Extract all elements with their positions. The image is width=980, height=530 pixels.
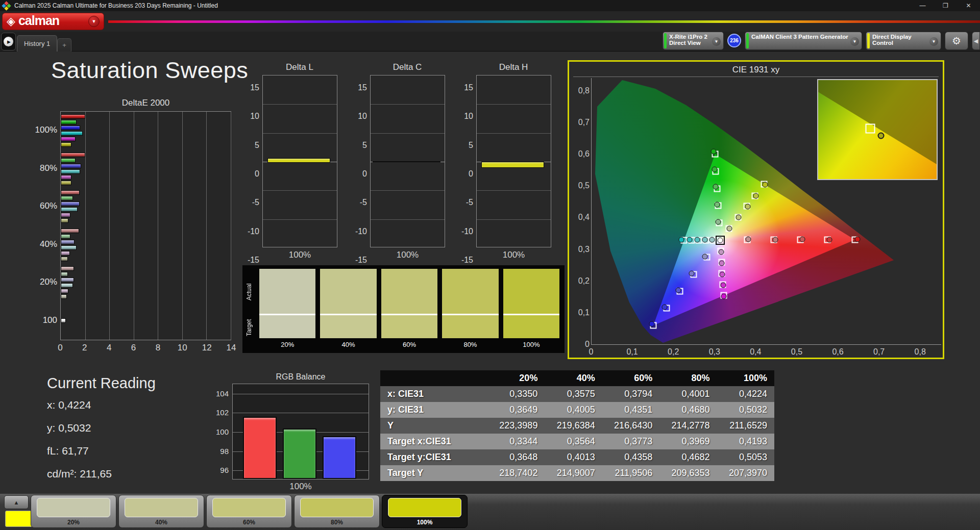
grid-line xyxy=(263,190,337,191)
axis-tick-label: -5 xyxy=(455,198,473,207)
bar-red xyxy=(61,229,79,233)
swatch-label: 40% xyxy=(119,519,204,526)
measured-circle-cyan xyxy=(687,237,692,242)
meter-dropdown[interactable]: X-Rite i1Pro 2 Direct View ▼ xyxy=(663,32,724,50)
bar-blue xyxy=(61,277,74,282)
axis-tick-label: -15 xyxy=(349,256,367,265)
pattern-panel-up-button[interactable]: ▲ xyxy=(4,495,29,509)
deltae-chart-title: DeltaE 2000 xyxy=(60,98,231,108)
collapse-panel-button[interactable]: ◀ xyxy=(972,32,980,50)
measured-circle-cyan xyxy=(702,237,707,242)
rgb-y-axis: 1041021009896 xyxy=(208,384,230,479)
restore-button[interactable]: ❐ xyxy=(934,0,957,11)
up-arrow-icon: ▲ xyxy=(14,499,19,506)
grid-line xyxy=(371,190,445,191)
grid-line xyxy=(371,219,445,220)
row-label: x: CIE31 xyxy=(380,386,487,402)
axis-tick-label: 15 xyxy=(349,83,367,92)
row-label: Y xyxy=(380,418,487,434)
measured-circle-red xyxy=(854,237,860,242)
out-of-gamut-region xyxy=(818,80,937,179)
bar-green xyxy=(61,120,77,124)
cie-y-axis: 0,80,70,60,50,40,30,20,10 xyxy=(571,78,590,344)
measured-circle-yellow xyxy=(726,226,732,232)
title-underline xyxy=(573,77,939,77)
cie-1931-panel[interactable]: CIE 1931 xy 0,80,70,60,50,40,30,20,10 00… xyxy=(568,60,944,359)
cell-value: 211,9506 xyxy=(602,465,659,481)
axis-tick-label: 100 xyxy=(15,315,57,325)
cell-value: 214,2778 xyxy=(659,418,717,434)
bar-magenta xyxy=(61,289,68,293)
cell-value: 0,3794 xyxy=(602,386,659,402)
measured-circle-magenta xyxy=(720,271,725,277)
reading-fl: fL: 61,77 xyxy=(47,445,156,457)
measured-circle-yellow xyxy=(753,193,759,199)
axis-tick-label: 104 xyxy=(208,389,229,398)
axis-tick-label: 40% xyxy=(15,239,57,249)
pattern-swatch-100%[interactable]: 100% xyxy=(382,495,468,528)
calman-diamond-icon: ◈ xyxy=(7,15,15,28)
close-button[interactable]: ✕ xyxy=(957,0,980,11)
grid-line xyxy=(263,219,337,220)
axis-tick-label: 0,6 xyxy=(832,347,843,357)
measured-circle-magenta xyxy=(718,249,724,255)
measured-circle-red xyxy=(773,237,778,242)
meter-status-bar xyxy=(664,33,667,48)
pattern-swatch-20%[interactable]: 20% xyxy=(31,495,116,528)
swatch-chip xyxy=(37,498,110,517)
pattern-generator-dropdown[interactable]: CalMAN Client 3 Pattern Generator ▼ xyxy=(745,32,862,50)
grid-line xyxy=(263,133,337,134)
bar-cyan xyxy=(61,283,73,288)
axis-tick-label: 14 xyxy=(227,343,236,353)
actual-swatch xyxy=(442,269,498,314)
cell-value: 0,4005 xyxy=(545,402,602,418)
tab-history-1[interactable]: History 1 xyxy=(17,35,57,52)
swatch-column: 60% xyxy=(381,269,437,352)
y-axis: 151050-5-10-15 xyxy=(455,75,474,247)
reading-cdm2: cd/m²: 211,65 xyxy=(47,468,156,480)
bar-green xyxy=(61,158,76,163)
pattern-swatch-80%[interactable]: 80% xyxy=(294,495,380,528)
axis-tick-label: 0,1 xyxy=(571,308,590,317)
column-header: 40% xyxy=(545,370,602,386)
bar-cyan xyxy=(61,169,80,174)
target-swatch xyxy=(320,315,376,338)
axis-tick-label: 0 xyxy=(58,343,62,353)
display-control-dropdown[interactable]: Direct Display Control ▼ xyxy=(866,32,941,50)
axis-tick-label: 60% xyxy=(15,201,57,211)
actual-target-swatch-panel: Actual Target 20%40%60%80%100% xyxy=(242,265,565,353)
pattern-swatch-40%[interactable]: 40% xyxy=(118,495,204,528)
plot-area xyxy=(262,75,337,247)
bar-blue xyxy=(61,125,80,130)
cell-value: 211,6529 xyxy=(717,418,774,434)
axis-tick-label: -10 xyxy=(455,227,473,236)
bar-red xyxy=(61,266,74,271)
add-tab-button[interactable]: + xyxy=(57,38,71,52)
axis-tick-label: -5 xyxy=(349,198,367,207)
cell-value: 0,3564 xyxy=(545,434,602,449)
axis-tick-label: 15 xyxy=(455,83,473,92)
rgb-balance-chart xyxy=(232,384,369,479)
rainbow-divider xyxy=(108,20,980,23)
axis-tick-label: 0 xyxy=(455,169,473,179)
meter-line1: X-Rite i1Pro 2 xyxy=(669,34,710,40)
bar-magenta xyxy=(61,251,70,256)
settings-button[interactable]: ⚙ xyxy=(945,32,968,50)
measured-circle-green xyxy=(716,219,721,225)
bar-yellow xyxy=(61,142,71,147)
measured-circle-green xyxy=(714,201,720,207)
measured-circle-blue xyxy=(702,254,708,259)
axis-tick-label: 0,8 xyxy=(915,347,926,357)
layout-expander-button[interactable]: ▶ xyxy=(1,33,16,51)
grid-line xyxy=(233,413,369,413)
axis-tick-label: 20% xyxy=(15,277,57,287)
pattern-label: CalMAN Client 3 Pattern Generator xyxy=(751,34,848,40)
measurement-count-badge[interactable]: 236 xyxy=(727,34,741,47)
cell-value: 0,4682 xyxy=(659,449,717,465)
axis-tick-label: 0,7 xyxy=(571,118,590,127)
minimize-button[interactable]: — xyxy=(911,0,934,11)
measured-circle-green xyxy=(710,149,716,155)
pattern-swatch-60%[interactable]: 60% xyxy=(206,495,292,528)
measured-circle-magenta xyxy=(719,260,725,266)
calman-menu-button[interactable]: ◈ calman ▼ xyxy=(2,13,104,30)
